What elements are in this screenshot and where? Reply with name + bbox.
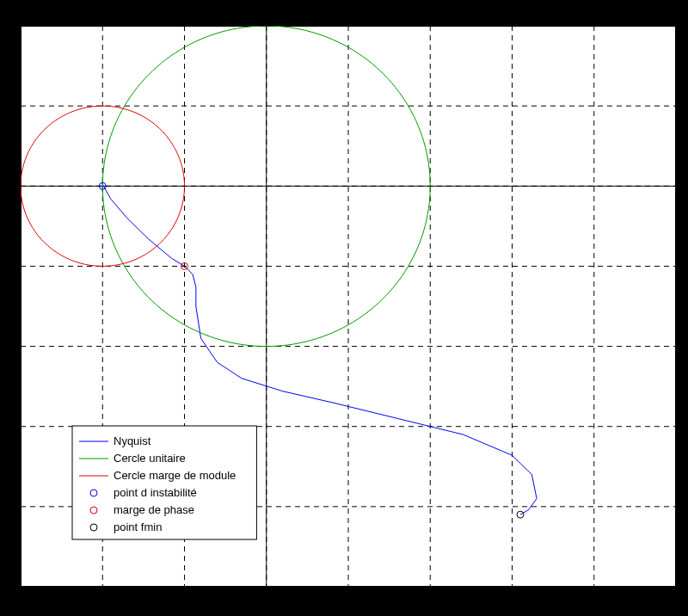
legend-label: point d instabilité (114, 486, 197, 499)
legend-label: Nyquist (114, 434, 151, 447)
legend: NyquistCercle unitaireCercle marge de mo… (72, 426, 256, 539)
legend-box (72, 426, 256, 539)
legend-label: marge de phase (114, 503, 194, 516)
legend-label: Cercle marge de module (114, 469, 236, 482)
plot-svg: NyquistCercle unitaireCercle marge de mo… (21, 26, 676, 587)
legend-label: Cercle unitaire (114, 452, 186, 465)
plot-area: NyquistCercle unitaireCercle marge de mo… (21, 26, 676, 587)
legend-label: point fmin (114, 521, 162, 533)
